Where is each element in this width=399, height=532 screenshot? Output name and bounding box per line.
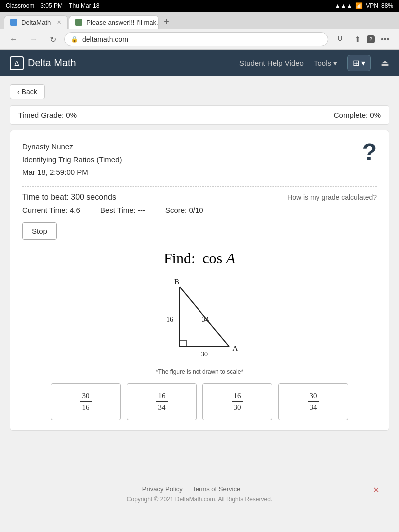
reload-button[interactable]: ↻ <box>46 33 60 46</box>
privacy-policy-link[interactable]: Privacy Policy <box>142 485 183 493</box>
active-favicon <box>75 19 82 26</box>
nav-right: 🎙 ⬆ 2 ••• <box>332 33 393 46</box>
stop-button[interactable]: Stop <box>22 222 57 240</box>
tools-label: Tools <box>314 59 331 67</box>
score: Score: 0/10 <box>165 206 203 214</box>
assignment-name: Identifying Trig Ratios (Timed) <box>22 153 122 166</box>
battery-label: 88% <box>381 2 393 9</box>
answer-choices: 30 16 16 34 16 30 30 34 <box>22 383 377 420</box>
divider <box>22 186 377 187</box>
complete-label: Complete: 0% <box>334 111 381 119</box>
tools-menu[interactable]: Tools ▾ <box>314 59 337 68</box>
fraction-3: 16 30 <box>232 391 243 413</box>
fraction-4-numerator: 30 <box>308 391 319 402</box>
problem-info: Dynasty Nunez Identifying Trig Ratios (T… <box>22 140 122 178</box>
triangle-figure: B A 16 34 30 <box>150 277 249 366</box>
time-label: 3:05 PM <box>40 2 63 9</box>
dm-header-right: Student Help Video Tools ▾ ⊞ ▾ ⏏ <box>239 55 389 71</box>
problem-header: Dynasty Nunez Identifying Trig Ratios (T… <box>22 140 377 178</box>
back-nav-button[interactable]: ← <box>6 33 22 46</box>
answer-btn-1[interactable]: 30 16 <box>51 383 121 420</box>
tools-arrow-icon: ▾ <box>333 59 337 68</box>
url-bar[interactable]: 🔒 deltamath.com <box>64 32 328 46</box>
calculator-button[interactable]: ⊞ ▾ <box>347 55 371 71</box>
wifi-icon: 📶 <box>355 2 363 9</box>
dm-logo-text: Delta Math <box>28 57 76 69</box>
student-name: Dynasty Nunez <box>22 140 122 153</box>
fraction-2-numerator: 16 <box>156 391 168 402</box>
help-icon[interactable]: ? <box>362 140 377 164</box>
fraction-2-denominator: 34 <box>156 402 168 413</box>
timer-section: Time to beat: 300 seconds How is my grad… <box>22 193 377 202</box>
figure-note: *The figure is not drawn to scale* <box>156 368 243 375</box>
dm-logo: Δ Delta Math <box>10 56 76 70</box>
back-button[interactable]: ‹ Back <box>10 84 45 99</box>
tab-deltamath-close[interactable]: ✕ <box>57 19 61 26</box>
svg-text:34: 34 <box>202 316 209 323</box>
vpn-label: VPN <box>366 2 378 9</box>
grade-calc-link[interactable]: How is my grade calculated? <box>287 193 377 201</box>
svg-text:B: B <box>174 278 179 286</box>
share-button[interactable]: ⬆ <box>350 33 365 46</box>
tab-count-badge: 2 <box>367 35 375 43</box>
calculator-icon: ⊞ <box>353 58 359 68</box>
svg-text:A: A <box>233 344 238 352</box>
svg-rect-3 <box>180 340 186 347</box>
svg-text:30: 30 <box>201 351 208 358</box>
student-help-video-link[interactable]: Student Help Video <box>239 59 304 67</box>
classroom-label: Classroom <box>6 2 34 9</box>
svg-text:16: 16 <box>166 316 173 323</box>
url-text: deltamath.com <box>82 35 128 43</box>
menu-button[interactable]: ••• <box>377 33 393 46</box>
stats-row: Current Time: 4.6 Best Time: --- Score: … <box>22 206 377 214</box>
tab-deltamath[interactable]: DeltaMath ✕ <box>4 15 68 29</box>
figure-container: B A 16 34 30 *The figure is not drawn to… <box>22 277 377 375</box>
browser-chrome: DeltaMath ✕ Please answer!!! I'll mak...… <box>0 12 399 50</box>
tab-deltamath-label: DeltaMath <box>21 19 51 26</box>
timed-grade-label: Timed Grade: 0% <box>18 111 77 119</box>
fraction-1-denominator: 16 <box>80 402 92 413</box>
logout-button[interactable]: ⏏ <box>381 58 389 69</box>
fraction-4: 30 34 <box>308 391 319 413</box>
time-to-beat: Time to beat: 300 seconds <box>22 193 116 202</box>
nav-bar: ← → ↻ 🔒 deltamath.com 🎙 ⬆ 2 ••• <box>0 29 399 49</box>
answer-btn-3[interactable]: 16 30 <box>202 383 272 420</box>
new-tab-button[interactable]: + <box>160 15 173 29</box>
status-right: ▲▲▲ 📶 VPN 88% <box>335 2 393 9</box>
tab-bar: DeltaMath ✕ Please answer!!! I'll mak...… <box>0 12 399 29</box>
forward-nav-button[interactable]: → <box>26 33 42 46</box>
dm-header: Δ Delta Math Student Help Video Tools ▾ … <box>0 50 399 76</box>
tab-active[interactable]: Please answer!!! I'll mak... ✕ <box>69 15 159 29</box>
fraction-1-numerator: 30 <box>80 391 92 402</box>
footer-links: Privacy Policy Terms of Service <box>10 485 389 493</box>
status-bar: Classroom 3:05 PM Thu Mar 18 ▲▲▲ 📶 VPN 8… <box>0 0 399 12</box>
current-time: Current Time: 4.6 <box>22 206 80 214</box>
lock-icon: 🔒 <box>71 36 78 43</box>
problem-card: Dynasty Nunez Identifying Trig Ratios (T… <box>10 130 389 431</box>
assignment-date: Mar 18, 2:59:00 PM <box>22 166 122 178</box>
signal-icon: ▲▲▲ <box>335 2 353 9</box>
calc-arrow-icon: ▾ <box>361 58 365 68</box>
answer-btn-2[interactable]: 16 34 <box>127 383 197 420</box>
microphone-button[interactable]: 🎙 <box>332 33 348 46</box>
main-content: ‹ Back Timed Grade: 0% Complete: 0% Dyna… <box>0 76 399 475</box>
terms-of-service-link[interactable]: Terms of Service <box>192 485 240 493</box>
grade-bar: Timed Grade: 0% Complete: 0% <box>10 105 389 125</box>
fraction-3-denominator: 30 <box>232 402 243 413</box>
status-left: Classroom 3:05 PM Thu Mar 18 <box>6 2 99 9</box>
footer-close-button[interactable]: ✕ <box>373 485 379 495</box>
problem-title: Find: cos A <box>22 250 377 267</box>
deltamath-favicon <box>10 19 17 26</box>
footer: ✕ Privacy Policy Terms of Service Copyri… <box>0 475 399 513</box>
dm-logo-icon: Δ <box>10 56 24 70</box>
fraction-1: 30 16 <box>80 391 92 413</box>
fraction-3-numerator: 16 <box>232 391 243 402</box>
best-time: Best Time: --- <box>100 206 145 214</box>
copyright-text: Copyright © 2021 DeltaMath.com. All Righ… <box>10 496 389 503</box>
fraction-4-denominator: 34 <box>308 402 319 413</box>
answer-btn-4[interactable]: 30 34 <box>278 383 348 420</box>
date-label: Thu Mar 18 <box>69 2 99 9</box>
fraction-2: 16 34 <box>156 391 168 413</box>
tab-active-label: Please answer!!! I'll mak... <box>86 19 159 26</box>
